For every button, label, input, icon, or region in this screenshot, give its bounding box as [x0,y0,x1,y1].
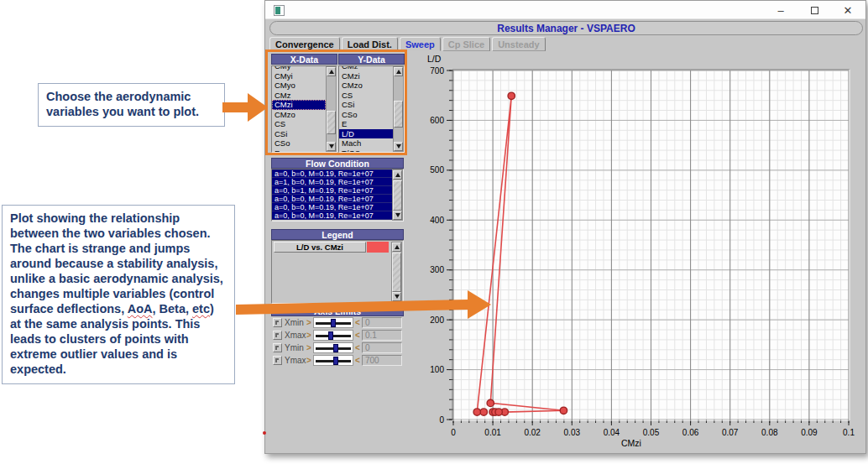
list-item[interactable]: a=0, b=0, M=0.19, Re=1e+07 [272,169,392,178]
scroll-up-icon[interactable] [393,170,402,180]
slider-handle[interactable] [333,344,338,352]
header-band: Results Manager - VSPAERO [269,21,863,35]
minimize-icon: – [777,5,783,16]
axis-limit-row-xmax: Xmax > < 0.1 [271,330,404,342]
svg-text:700: 700 [430,66,444,76]
svg-text:0.05: 0.05 [643,428,660,437]
ymax-auto-checkbox[interactable] [273,356,282,365]
window-controls: – ✕ [770,1,859,19]
sweep-plot: 00.010.020.030.040.050.060.070.080.090.1… [420,47,865,455]
red-dot-mark [263,431,266,435]
ymin-value: 0 [362,342,402,353]
callout-choose-variables: Choose the aerodynamic variables you wan… [38,83,225,127]
callout-text: , Beta, [153,302,193,315]
close-button[interactable]: ✕ [837,2,859,18]
list-item[interactable]: a=0, b=0, M=0.19, Re=1e+07 [272,203,392,211]
svg-text:0.08: 0.08 [761,428,778,437]
scroll-up-icon[interactable] [392,242,401,252]
list-item[interactable]: a=0, b=1, M=0.19, Re=1e+07 [272,186,392,195]
xmax-auto-checkbox[interactable] [273,331,282,340]
minimize-button[interactable]: – [770,2,792,18]
ymin-label: Ymin [285,343,304,352]
svg-text:400: 400 [430,216,444,225]
greater-icon: > [306,343,311,352]
svg-text:0.1: 0.1 [843,428,855,437]
svg-text:0: 0 [451,428,456,437]
axis-limit-row-ymax: Ymax > < 700 [271,355,404,368]
flow-condition-header: Flow Condition [271,158,404,169]
svg-text:0: 0 [439,415,444,425]
list-item[interactable]: a=0, b=0, M=0.19, Re=1e+07 [272,211,392,220]
window-header-title: Results Manager - VSPAERO [270,23,862,34]
arrow-right-icon [222,89,269,126]
callout-text: Plot showing the relationship between th… [10,211,223,315]
axis-limit-row-ymin: Ymin > < 0 [271,342,404,355]
callout-plot-explanation: Plot showing the relationship between th… [2,205,235,384]
svg-text:0.06: 0.06 [682,428,699,437]
callout-text: Choose the aerodynamic variables you wan… [46,90,199,118]
window-titlebar: – ✕ [265,1,865,19]
svg-text:L/D: L/D [427,54,442,64]
ymin-auto-checkbox[interactable] [273,343,282,352]
svg-text:100: 100 [430,365,444,374]
greater-icon: > [306,331,311,340]
scroll-thumb[interactable] [393,180,402,211]
flow-condition-scrollbar[interactable] [392,169,403,221]
xmax-value: 0.1 [362,330,402,341]
legend-header: Legend [271,229,404,240]
ymax-label: Ymax [285,356,306,365]
svg-text:0.04: 0.04 [604,428,620,437]
arrow-right-long-icon [233,285,495,326]
less-icon: < [355,356,360,365]
svg-text:500: 500 [430,165,444,175]
maximize-button[interactable] [803,2,825,18]
svg-text:CMzi: CMzi [621,438,641,448]
legend-entry-button[interactable]: L/D vs. CMzi [274,242,366,253]
svg-text:0.07: 0.07 [722,428,739,437]
xmax-label: Xmax [285,331,306,340]
ymax-slider[interactable] [313,355,353,366]
callout-text-aoa: AoA [128,302,153,315]
scroll-down-icon[interactable] [393,211,402,220]
xy-data-highlight-box [265,50,407,155]
close-icon: ✕ [844,5,853,16]
svg-text:0.02: 0.02 [524,428,541,437]
screenshot-stage: – ✕ Results Manager - VSPAERO Convergenc… [0,0,868,464]
greater-icon: > [306,356,311,365]
maximize-icon [811,7,818,14]
slider-handle[interactable] [333,357,338,365]
callout-text-etc: etc [192,302,210,315]
svg-text:600: 600 [430,116,444,125]
ymax-value: 700 [362,355,402,366]
flow-condition-list[interactable]: a=0, b=0, M=0.19, Re=1e+07a=1, b=0, M=0.… [271,169,404,222]
svg-text:0.01: 0.01 [484,428,501,437]
xmax-slider[interactable] [313,330,353,341]
ymin-slider[interactable] [313,342,353,353]
legend-color-swatch [367,242,389,253]
svg-text:0.09: 0.09 [801,428,818,437]
less-icon: < [355,331,360,340]
list-item[interactable]: a=1, b=0, M=0.19, Re=1e+07 [272,178,392,186]
svg-text:300: 300 [430,265,444,274]
list-item[interactable]: a=0, b=0, M=0.19, Re=1e+07 [272,195,392,203]
app-icon [274,5,285,16]
slider-handle[interactable] [328,331,333,340]
svg-text:0.03: 0.03 [564,428,581,437]
less-icon: < [355,343,360,352]
